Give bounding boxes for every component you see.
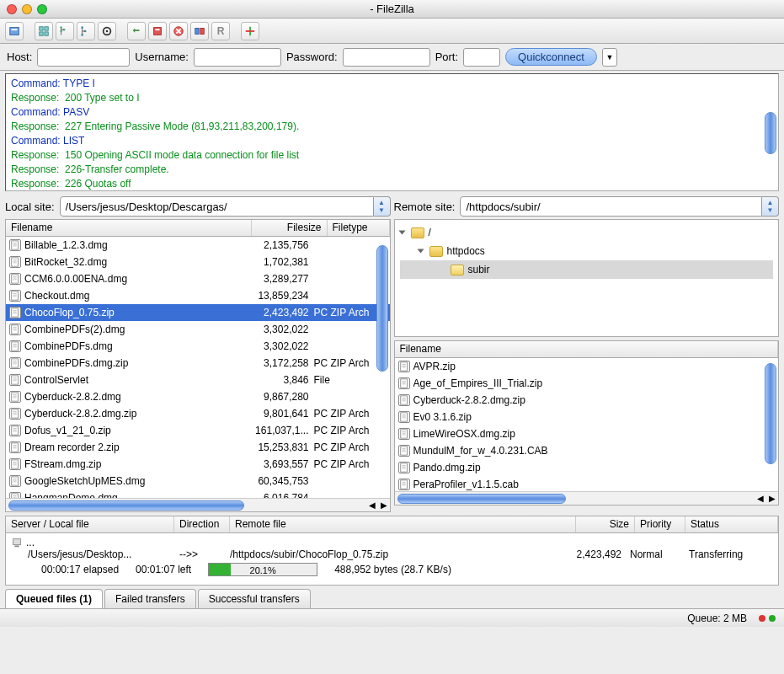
column-size[interactable]: Size	[576, 516, 635, 532]
transfer-row[interactable]: /Users/jesus/Desktop... -->> /httpdocs/s…	[11, 548, 773, 560]
file-row[interactable]: FStream.dmg.zip3,693,557PC ZIP Arch	[6, 456, 390, 473]
column-filetype[interactable]: Filetype	[328, 220, 390, 236]
remote-directory-tree[interactable]: /httpdocssubir	[394, 219, 780, 337]
file-row[interactable]: Pando.dmg.zip	[395, 459, 779, 476]
toggle-local-tree-icon[interactable]	[56, 22, 74, 40]
svg-rect-27	[12, 241, 19, 249]
local-path-input[interactable]	[60, 196, 374, 217]
remote-scrollbar[interactable]	[765, 363, 776, 464]
toggle-log-icon[interactable]	[35, 22, 53, 40]
local-file-header[interactable]: Filename Filesize Filetype	[6, 220, 390, 237]
file-row[interactable]: CombinePDFs(2).dmg3,302,022	[6, 321, 390, 338]
transfer-elapsed: 00:00:17 elapsed	[41, 564, 119, 575]
file-row[interactable]: Age_of_Empires_III_Trial.zip	[395, 375, 779, 392]
file-row[interactable]: MundulM_for_w_4.0.231.CAB	[395, 442, 779, 459]
remote-file-list[interactable]: AVPR.zipAge_of_Empires_III_Trial.zipCybe…	[395, 358, 779, 491]
file-row[interactable]: Dofus_v1_21_0.zip161,037,1...PC ZIP Arch	[6, 422, 390, 439]
filter-icon[interactable]	[241, 22, 259, 40]
remote-path-dropdown[interactable]: ▲▼	[762, 196, 779, 217]
svg-point-13	[81, 34, 83, 36]
transfer-header[interactable]: Server / Local file Direction Remote fil…	[6, 516, 778, 533]
svg-rect-43	[12, 308, 19, 317]
local-scrollbar[interactable]	[376, 245, 388, 372]
password-input[interactable]	[343, 48, 430, 67]
quickconnect-button[interactable]: Quickconnect	[505, 48, 597, 66]
local-path-dropdown[interactable]: ▲▼	[374, 196, 391, 217]
svg-rect-3	[45, 26, 48, 29]
svg-rect-128	[14, 546, 19, 548]
column-filesize[interactable]: Filesize	[252, 220, 328, 236]
site-manager-icon[interactable]	[5, 22, 24, 40]
svg-rect-2	[40, 26, 43, 29]
remote-path-input[interactable]	[460, 196, 762, 217]
reconnect-icon[interactable]: R	[211, 22, 230, 40]
svg-rect-67	[12, 409, 19, 418]
process-queue-icon[interactable]	[148, 22, 167, 40]
file-row[interactable]: PeraProfiler_v1.1.5.cab	[395, 476, 779, 491]
svg-rect-95	[400, 379, 407, 388]
toolbar: R	[0, 19, 784, 44]
file-row[interactable]: ChocoFlop_0.75.zip2,423,492PC ZIP Arch	[6, 304, 390, 321]
file-row[interactable]: HangmanDemo.dmg6,016,784	[6, 489, 390, 498]
remote-hscrollbar[interactable]: ◀▶	[395, 491, 779, 505]
file-row[interactable]: GoogleSketchUpMES.dmg60,345,753	[6, 473, 390, 489]
svg-rect-47	[12, 325, 19, 334]
file-row[interactable]: Dream recorder 2.zip15,253,831PC ZIP Arc…	[6, 439, 390, 456]
column-remote-file[interactable]: Remote file	[230, 516, 576, 532]
column-direction[interactable]: Direction	[174, 516, 230, 532]
svg-rect-103	[400, 413, 407, 421]
file-icon	[9, 357, 21, 369]
tree-item[interactable]: /	[400, 223, 774, 242]
remote-file-header[interactable]: Filename	[395, 341, 779, 358]
tab-failed-transfers[interactable]: Failed transfers	[104, 589, 196, 608]
file-icon	[398, 411, 410, 423]
file-row[interactable]: CCM6.0.0.00ENA.dmg3,289,277	[6, 270, 390, 287]
disconnect-icon[interactable]	[190, 22, 209, 40]
quickconnect-history-dropdown[interactable]: ▼	[602, 48, 617, 67]
refresh-icon[interactable]	[127, 22, 146, 40]
file-row[interactable]: Billable_1.2.3.dmg2,135,756	[6, 237, 390, 254]
tree-item[interactable]: subir	[400, 260, 774, 279]
column-priority[interactable]: Priority	[635, 516, 685, 532]
port-input[interactable]	[463, 48, 500, 67]
file-row[interactable]: AVPR.zip	[395, 358, 779, 375]
file-row[interactable]: LimeWireOSX.dmg.zip	[395, 425, 779, 442]
message-log[interactable]: Command: TYPE IResponse: 200 Type set to…	[5, 73, 779, 191]
file-row[interactable]: Cyberduck-2.8.2.dmg9,867,280	[6, 388, 390, 405]
toggle-remote-tree-icon[interactable]	[77, 22, 95, 40]
toggle-queue-icon[interactable]	[98, 22, 116, 40]
transfer-direction: -->>	[179, 548, 230, 560]
file-row[interactable]: Cyberduck-2.8.2.dmg.zip9,801,641PC ZIP A…	[6, 405, 390, 422]
file-row[interactable]: CombinePDFs.dmg.zip3,172,258PC ZIP Arch	[6, 355, 390, 372]
file-row[interactable]: Checkout.dmg13,859,234	[6, 287, 390, 304]
tab-queued-files[interactable]: Queued files (1)	[5, 589, 103, 608]
tab-successful-transfers[interactable]: Successful transfers	[198, 589, 311, 608]
column-filename[interactable]: Filename	[395, 341, 779, 357]
log-scrollbar[interactable]	[765, 112, 776, 154]
host-input[interactable]	[37, 48, 130, 67]
tree-item[interactable]: httpdocs	[400, 242, 774, 260]
file-icon	[9, 374, 21, 386]
username-input[interactable]	[194, 48, 281, 67]
file-icon	[9, 324, 21, 335]
file-row[interactable]: ControlServlet3,846File	[6, 372, 390, 388]
column-status[interactable]: Status	[685, 516, 778, 532]
server-icon	[11, 537, 23, 548]
local-file-list[interactable]: Billable_1.2.3.dmg2,135,756BitRocket_32.…	[6, 237, 390, 498]
transfer-progressbar: 20.1%	[208, 563, 317, 576]
cancel-icon[interactable]	[169, 22, 188, 40]
column-server-file[interactable]: Server / Local file	[6, 516, 174, 532]
quickconnect-bar: Host: Username: Password: Port: Quickcon…	[0, 44, 784, 71]
column-filename[interactable]: Filename	[6, 220, 252, 236]
svg-rect-19	[155, 29, 159, 30]
local-hscrollbar[interactable]: ◀▶	[6, 498, 390, 511]
folder-icon	[411, 227, 424, 238]
svg-rect-71	[12, 426, 19, 435]
file-row[interactable]: BitRocket_32.dmg1,702,381	[6, 254, 390, 270]
svg-rect-79	[12, 460, 19, 468]
svg-rect-119	[400, 480, 407, 489]
file-row[interactable]: Cyberduck-2.8.2.dmg.zip	[395, 392, 779, 409]
file-row[interactable]: Ev0 3.1.6.zip	[395, 409, 779, 425]
transfer-priority: Normal	[621, 548, 680, 560]
file-row[interactable]: CombinePDFs.dmg3,302,022	[6, 338, 390, 355]
